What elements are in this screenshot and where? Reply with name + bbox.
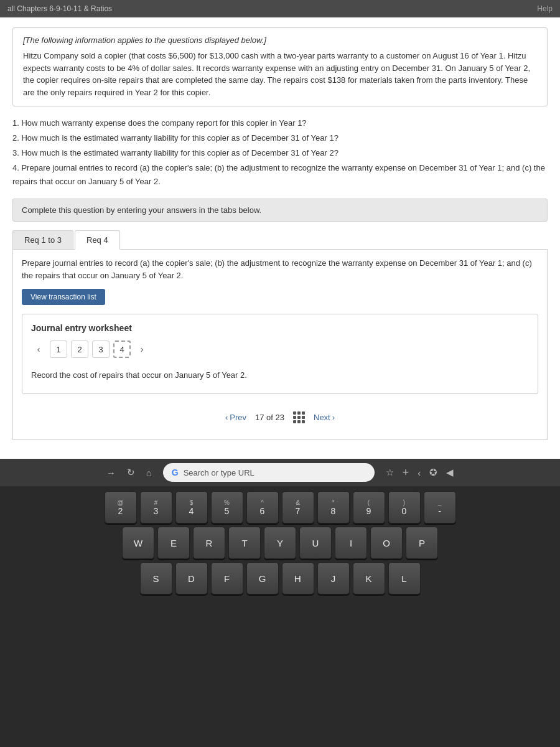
browser-search-bar-area: → ↻ ⌂ G Search or type URL ☆ + ‹ ✪ ◀ bbox=[0, 459, 560, 486]
keyboard-w-row: W E R T Y U I O P bbox=[4, 527, 556, 559]
key-w[interactable]: W bbox=[122, 527, 154, 559]
key-o[interactable]: O bbox=[370, 527, 403, 559]
next-page-arrow[interactable]: › bbox=[134, 342, 149, 357]
key-y[interactable]: Y bbox=[264, 527, 296, 559]
page-count: 17 of 23 bbox=[255, 413, 284, 422]
key-g[interactable]: G bbox=[246, 562, 279, 594]
search-placeholder: Search or type URL bbox=[184, 468, 254, 477]
keyboard: @2 #3 $4 %5 ^6 &7 *8 (9 )0 _- W E R T Y … bbox=[0, 486, 560, 605]
page-btn-1[interactable]: 1 bbox=[50, 341, 67, 358]
tab-req-1-to-3[interactable]: Req 1 to 3 bbox=[12, 230, 73, 249]
tab-content-area: Prepare journal entries to record (a) th… bbox=[12, 250, 548, 440]
key-t[interactable]: T bbox=[228, 527, 261, 559]
key-i[interactable]: I bbox=[335, 527, 367, 559]
question-1: 1. How much warranty expense does the co… bbox=[12, 116, 548, 130]
tab-req-4[interactable]: Req 4 bbox=[75, 230, 120, 250]
tabs-row: Req 1 to 3 Req 4 bbox=[12, 230, 548, 250]
google-g-icon: G bbox=[172, 467, 179, 477]
key-h[interactable]: H bbox=[282, 562, 314, 594]
problem-info-box: [The following information applies to th… bbox=[12, 27, 548, 106]
keyboard-number-row: @2 #3 $4 %5 ^6 &7 *8 (9 )0 _- bbox=[4, 491, 556, 524]
key-k[interactable]: K bbox=[353, 562, 385, 594]
applies-text: [The following information applies to th… bbox=[23, 35, 537, 45]
journal-entry-worksheet: Journal entry worksheet ‹ 1 2 3 4 › Reco… bbox=[22, 314, 538, 394]
key-2[interactable]: @2 bbox=[105, 491, 137, 524]
key-f[interactable]: F bbox=[211, 562, 243, 594]
key-5[interactable]: %5 bbox=[211, 491, 243, 524]
key-6[interactable]: ^6 bbox=[246, 491, 279, 524]
key-p[interactable]: P bbox=[406, 527, 438, 559]
page-btn-2[interactable]: 2 bbox=[71, 341, 88, 358]
key-j[interactable]: J bbox=[317, 562, 350, 594]
help-link[interactable]: Help bbox=[537, 4, 553, 13]
key-4[interactable]: $4 bbox=[175, 491, 208, 524]
key-9[interactable]: (9 bbox=[353, 491, 385, 524]
add-icon[interactable]: + bbox=[403, 466, 409, 479]
worksheet-pagination: ‹ 1 2 3 4 › bbox=[31, 341, 529, 358]
back-icon[interactable]: → bbox=[106, 467, 116, 478]
key-s[interactable]: S bbox=[140, 562, 172, 594]
key-0[interactable]: )0 bbox=[388, 491, 421, 524]
problem-body-text: Hitzu Company sold a copier (that costs … bbox=[23, 51, 530, 97]
left-chevron-icon[interactable]: ‹ bbox=[418, 467, 421, 478]
grid-view-icon[interactable] bbox=[293, 411, 305, 423]
key-7[interactable]: &7 bbox=[282, 491, 314, 524]
question-4: 4. Prepare journal entries to record (a)… bbox=[12, 161, 548, 189]
instruction-text: Complete this question by entering your … bbox=[22, 205, 261, 215]
key-d[interactable]: D bbox=[175, 562, 208, 594]
key-l[interactable]: L bbox=[388, 562, 421, 594]
key-u[interactable]: U bbox=[299, 527, 332, 559]
tab-description: Prepare journal entries to record (a) th… bbox=[22, 257, 538, 281]
prev-page-arrow[interactable]: ‹ bbox=[31, 342, 46, 357]
questions-section: 1. How much warranty expense does the co… bbox=[12, 116, 548, 189]
bottom-navigation: ‹ Prev 17 of 23 Next › bbox=[22, 403, 538, 432]
instruction-box: Complete this question by entering your … bbox=[12, 199, 548, 222]
star-icon[interactable]: ☆ bbox=[386, 467, 394, 478]
page-btn-4[interactable]: 4 bbox=[113, 341, 131, 358]
key-3[interactable]: #3 bbox=[140, 491, 172, 524]
refresh-icon[interactable]: ↻ bbox=[127, 467, 135, 478]
next-button[interactable]: Next › bbox=[314, 413, 335, 422]
key-minus[interactable]: _- bbox=[424, 491, 456, 524]
home-icon[interactable]: ⌂ bbox=[146, 467, 152, 478]
key-e[interactable]: E bbox=[157, 527, 190, 559]
question-3: 3. How much is the estimated warranty li… bbox=[12, 146, 548, 160]
view-transaction-button[interactable]: View transaction list bbox=[22, 289, 105, 305]
question-2: 2. How much is the estimated warranty li… bbox=[12, 131, 548, 145]
key-r[interactable]: R bbox=[193, 527, 225, 559]
record-instruction: Record the cost of repairs that occur on… bbox=[31, 365, 529, 385]
keyboard-area: → ↻ ⌂ G Search or type URL ☆ + ‹ ✪ ◀ @2 … bbox=[0, 459, 560, 605]
top-navigation-bar: all Chapters 6-9-10-11 & Ratios Help bbox=[0, 0, 560, 17]
keyboard-s-row: S D F G H J K L bbox=[4, 562, 556, 594]
page-content: [The following information applies to th… bbox=[0, 17, 560, 459]
back-triangle-icon[interactable]: ◀ bbox=[446, 467, 454, 478]
page-btn-3[interactable]: 3 bbox=[92, 341, 110, 358]
worksheet-title: Journal entry worksheet bbox=[31, 323, 529, 333]
settings-icon[interactable]: ✪ bbox=[429, 467, 437, 478]
key-8[interactable]: *8 bbox=[317, 491, 350, 524]
chapter-title: all Chapters 6-9-10-11 & Ratios bbox=[7, 4, 112, 13]
prev-button[interactable]: ‹ Prev bbox=[225, 413, 246, 422]
url-search-bar[interactable]: G Search or type URL bbox=[163, 463, 375, 482]
